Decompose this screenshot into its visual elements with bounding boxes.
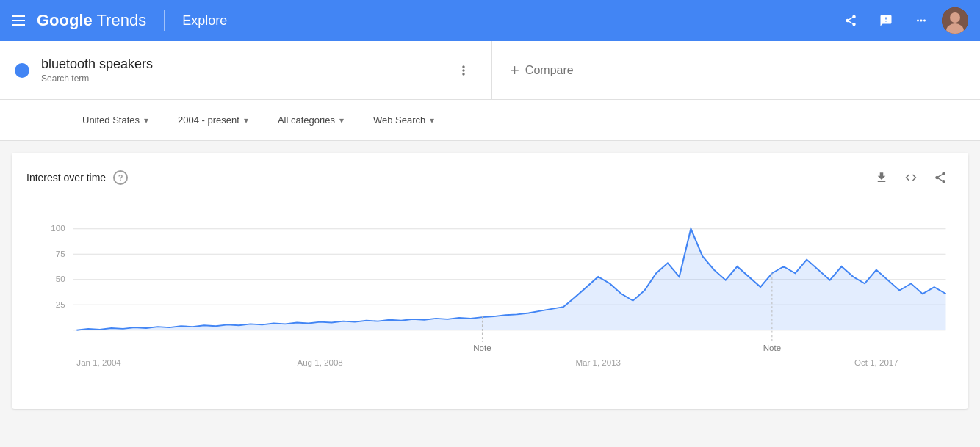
- embed-button[interactable]: [898, 164, 924, 191]
- header-actions: [836, 6, 968, 35]
- time-filter[interactable]: 2004 - present ▾: [169, 109, 257, 131]
- svg-text:50: 50: [56, 275, 65, 283]
- search-term-container: bluetooth speakers Search term: [0, 41, 492, 99]
- chart-section: Interest over time ?: [12, 153, 968, 409]
- compare-container[interactable]: + Compare: [492, 41, 980, 99]
- compare-label: Compare: [525, 64, 574, 77]
- compare-plus-icon: +: [510, 61, 519, 80]
- svg-text:Oct 1, 2017: Oct 1, 2017: [854, 359, 898, 367]
- chart-header: Interest over time ?: [12, 153, 968, 203]
- time-label: 2004 - present: [178, 115, 239, 126]
- app-header: Google Trends Explore: [0, 0, 980, 41]
- chart-body: 100 75 50 25 Note Note Jan 1, 2004 Aug 1…: [12, 203, 968, 409]
- svg-text:Note: Note: [763, 344, 781, 352]
- download-button[interactable]: [868, 164, 895, 191]
- time-chevron-icon: ▾: [244, 115, 248, 126]
- svg-point-1: [950, 12, 960, 23]
- region-chevron-icon: ▾: [144, 115, 148, 126]
- logo: Google Trends: [37, 11, 146, 30]
- category-chevron-icon: ▾: [339, 115, 344, 126]
- search-term-type: Search term: [41, 73, 439, 84]
- svg-text:100: 100: [51, 225, 65, 233]
- category-filter[interactable]: All categories ▾: [269, 109, 353, 131]
- share-chart-button[interactable]: [927, 164, 954, 191]
- region-label: United States: [82, 115, 140, 126]
- search-type-label: Web Search: [373, 115, 425, 126]
- search-term-menu-button[interactable]: [450, 57, 477, 84]
- user-avatar[interactable]: [942, 7, 968, 34]
- search-term-name: bluetooth speakers: [41, 57, 439, 72]
- svg-text:Aug 1, 2008: Aug 1, 2008: [297, 359, 342, 367]
- chart-actions: [868, 164, 954, 191]
- svg-text:Jan 1, 2004: Jan 1, 2004: [76, 359, 120, 367]
- svg-text:75: 75: [56, 250, 65, 258]
- search-row: bluetooth speakers Search term + Compare: [0, 41, 980, 100]
- trend-chart: 100 75 50 25 Note Note Jan 1, 2004 Aug 1…: [26, 215, 954, 379]
- apps-button[interactable]: [907, 6, 936, 35]
- share-button[interactable]: [836, 6, 865, 35]
- explore-label: Explore: [182, 13, 227, 29]
- menu-icon[interactable]: [12, 15, 25, 26]
- svg-text:Note: Note: [473, 344, 491, 352]
- svg-text:Mar 1, 2013: Mar 1, 2013: [575, 359, 621, 367]
- search-dot: [15, 63, 29, 78]
- region-filter[interactable]: United States ▾: [73, 109, 157, 131]
- logo-text: Google Trends: [37, 11, 146, 30]
- search-type-filter[interactable]: Web Search ▾: [364, 109, 443, 131]
- search-term-info: bluetooth speakers Search term: [41, 57, 439, 84]
- svg-text:25: 25: [56, 301, 65, 309]
- search-type-chevron-icon: ▾: [430, 115, 434, 126]
- help-icon[interactable]: ?: [113, 170, 128, 185]
- filters-row: United States ▾ 2004 - present ▾ All cat…: [0, 100, 980, 140]
- chart-title: Interest over time: [26, 172, 106, 183]
- header-divider: [164, 10, 165, 31]
- search-section: bluetooth speakers Search term + Compare…: [0, 41, 980, 141]
- feedback-button[interactable]: [871, 6, 901, 35]
- category-label: All categories: [278, 115, 335, 126]
